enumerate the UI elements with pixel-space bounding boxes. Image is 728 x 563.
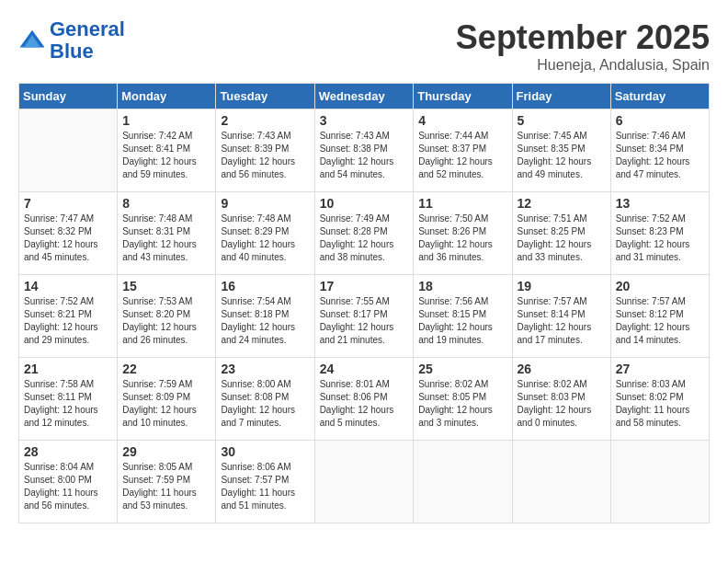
column-header-thursday: Thursday <box>414 84 512 109</box>
day-number: 25 <box>418 362 506 376</box>
day-info: Sunrise: 8:03 AM Sunset: 8:02 PM Dayligh… <box>616 378 704 430</box>
day-cell <box>610 441 709 523</box>
day-number: 23 <box>221 362 309 376</box>
day-info: Sunrise: 8:02 AM Sunset: 8:05 PM Dayligh… <box>418 378 506 430</box>
day-number: 6 <box>616 113 704 128</box>
day-cell: 19Sunrise: 7:57 AM Sunset: 8:14 PM Dayli… <box>512 275 610 358</box>
day-cell: 5Sunrise: 7:45 AM Sunset: 8:35 PM Daylig… <box>512 109 610 192</box>
day-info: Sunrise: 7:49 AM Sunset: 8:28 PM Dayligh… <box>320 213 409 264</box>
day-number: 20 <box>616 279 704 293</box>
day-number: 7 <box>24 196 112 211</box>
day-number: 16 <box>221 279 309 293</box>
day-info: Sunrise: 7:56 AM Sunset: 8:15 PM Dayligh… <box>418 295 506 347</box>
day-info: Sunrise: 7:43 AM Sunset: 8:39 PM Dayligh… <box>221 130 309 181</box>
week-row-2: 7Sunrise: 7:47 AM Sunset: 8:32 PM Daylig… <box>19 192 710 275</box>
day-info: Sunrise: 7:46 AM Sunset: 8:34 PM Dayligh… <box>616 130 704 181</box>
location: Hueneja, Andalusia, Spain <box>456 57 710 74</box>
day-info: Sunrise: 7:51 AM Sunset: 8:25 PM Dayligh… <box>518 213 606 264</box>
day-cell: 9Sunrise: 7:48 AM Sunset: 8:29 PM Daylig… <box>216 192 314 275</box>
day-cell: 29Sunrise: 8:05 AM Sunset: 7:59 PM Dayli… <box>118 441 216 523</box>
day-number: 4 <box>418 113 506 128</box>
week-row-1: 1Sunrise: 7:42 AM Sunset: 8:41 PM Daylig… <box>19 109 710 192</box>
day-cell: 4Sunrise: 7:44 AM Sunset: 8:37 PM Daylig… <box>414 109 512 192</box>
day-info: Sunrise: 7:59 AM Sunset: 8:09 PM Dayligh… <box>122 378 210 430</box>
day-info: Sunrise: 8:01 AM Sunset: 8:06 PM Dayligh… <box>320 378 409 430</box>
header-row: SundayMondayTuesdayWednesdayThursdayFrid… <box>19 84 710 109</box>
day-cell: 8Sunrise: 7:48 AM Sunset: 8:31 PM Daylig… <box>118 192 216 275</box>
day-number: 9 <box>221 196 309 211</box>
day-info: Sunrise: 7:53 AM Sunset: 8:20 PM Dayligh… <box>122 295 210 347</box>
day-cell: 11Sunrise: 7:50 AM Sunset: 8:26 PM Dayli… <box>414 192 512 275</box>
week-row-4: 21Sunrise: 7:58 AM Sunset: 8:11 PM Dayli… <box>19 358 710 441</box>
logo-icon <box>18 27 46 54</box>
day-number: 18 <box>418 279 506 293</box>
day-info: Sunrise: 7:43 AM Sunset: 8:38 PM Dayligh… <box>320 130 409 181</box>
column-header-tuesday: Tuesday <box>216 84 314 109</box>
day-cell: 30Sunrise: 8:06 AM Sunset: 7:57 PM Dayli… <box>216 441 314 523</box>
day-cell: 12Sunrise: 7:51 AM Sunset: 8:25 PM Dayli… <box>512 192 610 275</box>
day-info: Sunrise: 8:05 AM Sunset: 7:59 PM Dayligh… <box>122 461 210 512</box>
day-cell: 25Sunrise: 8:02 AM Sunset: 8:05 PM Dayli… <box>414 358 512 441</box>
day-info: Sunrise: 8:00 AM Sunset: 8:08 PM Dayligh… <box>221 378 309 430</box>
day-number: 15 <box>122 279 210 293</box>
day-info: Sunrise: 7:48 AM Sunset: 8:29 PM Dayligh… <box>221 213 309 264</box>
day-cell <box>512 441 610 523</box>
week-row-5: 28Sunrise: 8:04 AM Sunset: 8:00 PM Dayli… <box>19 441 710 523</box>
day-info: Sunrise: 7:55 AM Sunset: 8:17 PM Dayligh… <box>320 295 409 347</box>
day-number: 26 <box>518 362 606 376</box>
logo: General Blue <box>18 18 125 63</box>
day-cell: 13Sunrise: 7:52 AM Sunset: 8:23 PM Dayli… <box>610 192 709 275</box>
day-number: 10 <box>320 196 409 211</box>
day-number: 28 <box>24 444 112 459</box>
column-header-wednesday: Wednesday <box>314 84 414 109</box>
day-number: 1 <box>122 113 210 128</box>
day-cell: 6Sunrise: 7:46 AM Sunset: 8:34 PM Daylig… <box>610 109 709 192</box>
day-cell: 20Sunrise: 7:57 AM Sunset: 8:12 PM Dayli… <box>610 275 709 358</box>
day-number: 11 <box>418 196 506 211</box>
month-title: September 2025 <box>456 18 710 57</box>
day-cell: 14Sunrise: 7:52 AM Sunset: 8:21 PM Dayli… <box>19 275 118 358</box>
day-info: Sunrise: 8:02 AM Sunset: 8:03 PM Dayligh… <box>518 378 606 430</box>
day-number: 2 <box>221 113 309 128</box>
day-number: 24 <box>320 362 409 376</box>
day-info: Sunrise: 7:57 AM Sunset: 8:12 PM Dayligh… <box>616 295 704 347</box>
day-info: Sunrise: 7:52 AM Sunset: 8:21 PM Dayligh… <box>24 295 112 347</box>
column-header-saturday: Saturday <box>610 84 709 109</box>
day-cell: 7Sunrise: 7:47 AM Sunset: 8:32 PM Daylig… <box>19 192 118 275</box>
day-cell: 17Sunrise: 7:55 AM Sunset: 8:17 PM Dayli… <box>314 275 414 358</box>
day-cell <box>19 109 118 192</box>
day-info: Sunrise: 7:50 AM Sunset: 8:26 PM Dayligh… <box>418 213 506 264</box>
day-info: Sunrise: 7:45 AM Sunset: 8:35 PM Dayligh… <box>518 130 606 181</box>
day-cell <box>314 441 414 523</box>
day-cell: 1Sunrise: 7:42 AM Sunset: 8:41 PM Daylig… <box>118 109 216 192</box>
title-block: September 2025 Hueneja, Andalusia, Spain <box>456 18 710 74</box>
day-cell: 22Sunrise: 7:59 AM Sunset: 8:09 PM Dayli… <box>118 358 216 441</box>
logo-text: General Blue <box>50 18 125 63</box>
day-cell: 3Sunrise: 7:43 AM Sunset: 8:38 PM Daylig… <box>314 109 414 192</box>
day-number: 29 <box>122 444 210 459</box>
day-info: Sunrise: 7:44 AM Sunset: 8:37 PM Dayligh… <box>418 130 506 181</box>
column-header-friday: Friday <box>512 84 610 109</box>
column-header-sunday: Sunday <box>19 84 118 109</box>
day-info: Sunrise: 7:42 AM Sunset: 8:41 PM Dayligh… <box>122 130 210 181</box>
day-number: 13 <box>616 196 704 211</box>
week-row-3: 14Sunrise: 7:52 AM Sunset: 8:21 PM Dayli… <box>19 275 710 358</box>
day-number: 21 <box>24 362 112 376</box>
day-cell: 21Sunrise: 7:58 AM Sunset: 8:11 PM Dayli… <box>19 358 118 441</box>
day-info: Sunrise: 7:47 AM Sunset: 8:32 PM Dayligh… <box>24 213 112 264</box>
day-cell: 2Sunrise: 7:43 AM Sunset: 8:39 PM Daylig… <box>216 109 314 192</box>
day-number: 27 <box>616 362 704 376</box>
day-cell: 27Sunrise: 8:03 AM Sunset: 8:02 PM Dayli… <box>610 358 709 441</box>
day-number: 19 <box>518 279 606 293</box>
day-info: Sunrise: 7:57 AM Sunset: 8:14 PM Dayligh… <box>518 295 606 347</box>
day-cell: 26Sunrise: 8:02 AM Sunset: 8:03 PM Dayli… <box>512 358 610 441</box>
day-number: 8 <box>122 196 210 211</box>
day-cell: 18Sunrise: 7:56 AM Sunset: 8:15 PM Dayli… <box>414 275 512 358</box>
day-cell: 15Sunrise: 7:53 AM Sunset: 8:20 PM Dayli… <box>118 275 216 358</box>
day-number: 12 <box>518 196 606 211</box>
day-cell: 24Sunrise: 8:01 AM Sunset: 8:06 PM Dayli… <box>314 358 414 441</box>
day-info: Sunrise: 7:58 AM Sunset: 8:11 PM Dayligh… <box>24 378 112 430</box>
day-info: Sunrise: 8:06 AM Sunset: 7:57 PM Dayligh… <box>221 461 309 512</box>
day-info: Sunrise: 8:04 AM Sunset: 8:00 PM Dayligh… <box>24 461 112 512</box>
day-info: Sunrise: 7:54 AM Sunset: 8:18 PM Dayligh… <box>221 295 309 347</box>
